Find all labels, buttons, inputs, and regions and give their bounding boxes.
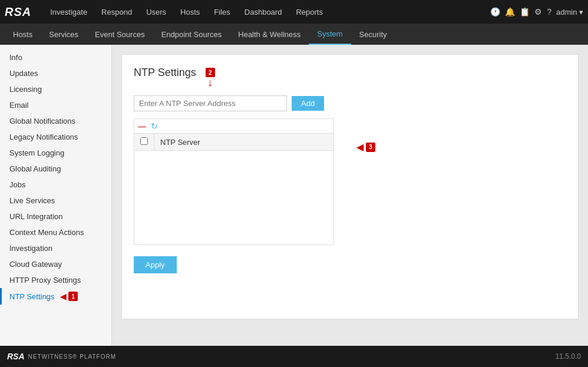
sidebar-item-cloud-gateway[interactable]: Cloud Gateway (0, 256, 111, 272)
main-content: NTP Settings 2 ↓ Add — ↻ (112, 45, 588, 346)
table-empty-row (134, 151, 334, 245)
refresh-icon[interactable]: ↻ (151, 121, 158, 131)
sec-nav: Hosts Services Event Sources Endpoint So… (0, 24, 588, 45)
callout-2-group: 2 ↓ (206, 68, 215, 88)
sec-nav-endpoint-sources[interactable]: Endpoint Sources (153, 24, 230, 45)
bell-icon[interactable]: 🔔 (505, 7, 515, 16)
table-header-ntp-server: NTP Server (154, 134, 334, 151)
sidebar-item-info[interactable]: Info (0, 49, 111, 65)
gear-icon[interactable]: ⚙ (534, 7, 542, 16)
ntp-input-row: Add (134, 95, 566, 111)
admin-menu[interactable]: admin ▾ (556, 8, 583, 16)
footer: RSA NETWITNESS® PLATFORM 11.5.0.0 (0, 346, 588, 367)
sec-nav-health-wellness[interactable]: Health & Wellness (230, 24, 309, 45)
help-icon[interactable]: ? (547, 7, 551, 16)
sec-nav-event-sources[interactable]: Event Sources (87, 24, 153, 45)
panel-title: NTP Settings (134, 67, 196, 79)
nav-dashboard[interactable]: Dashboard (237, 0, 289, 24)
sidebar-item-investigation[interactable]: Investigation (0, 240, 111, 256)
ntp-table-wrapper: NTP Server ◀ 3 (134, 133, 334, 245)
sec-nav-services[interactable]: Services (41, 24, 87, 45)
sidebar-item-global-notifications[interactable]: Global Notifications (0, 113, 111, 129)
down-arrow-icon-2: ↓ (207, 77, 213, 88)
sidebar-item-updates[interactable]: Updates (0, 65, 111, 81)
nav-investigate[interactable]: Investigate (43, 0, 94, 24)
ntp-server-input[interactable] (134, 95, 287, 111)
left-arrow-icon-1: ◀ (60, 292, 67, 301)
top-nav-items: Investigate Respond Users Hosts Files Da… (43, 0, 490, 24)
footer-logo-area: RSA NETWITNESS® PLATFORM (7, 352, 116, 361)
callout-3-group: ◀ 3 (356, 141, 375, 153)
apply-button[interactable]: Apply (134, 256, 177, 273)
nav-respond[interactable]: Respond (94, 0, 139, 24)
table-header-checkbox-cell (134, 134, 154, 151)
sidebar-item-context-menu-actions[interactable]: Context Menu Actions (0, 224, 111, 240)
sec-nav-hosts[interactable]: Hosts (5, 24, 41, 45)
sidebar: Info Updates Licensing Email Global Noti… (0, 45, 112, 346)
left-arrow-icon-3: ◀ (356, 141, 364, 153)
footer-version: 11.5.0.0 (556, 352, 581, 361)
sidebar-item-http-proxy-settings[interactable]: HTTP Proxy Settings (0, 272, 111, 288)
sidebar-item-licensing[interactable]: Licensing (0, 81, 111, 97)
sec-nav-security[interactable]: Security (351, 24, 395, 45)
footer-product-name: NETWITNESS® PLATFORM (28, 353, 116, 360)
content-panel: NTP Settings 2 ↓ Add — ↻ (121, 54, 579, 319)
ntp-settings-label: NTP Settings (9, 292, 54, 301)
rsa-logo: RSA (5, 5, 34, 19)
sidebar-item-url-integration[interactable]: URL Integration (0, 209, 111, 224)
sec-nav-system[interactable]: System (309, 24, 351, 45)
nav-reports[interactable]: Reports (289, 0, 330, 24)
badge-2: 2 (206, 68, 215, 77)
sidebar-item-ntp-settings[interactable]: NTP Settings ◀ 1 (0, 288, 111, 305)
sidebar-item-legacy-notifications[interactable]: Legacy Notifications (0, 129, 111, 145)
table-toolbar: — ↻ (134, 118, 334, 133)
sidebar-item-global-auditing[interactable]: Global Auditing (0, 161, 111, 177)
select-all-checkbox[interactable] (140, 137, 148, 145)
top-nav: RSA Investigate Respond Users Hosts File… (0, 0, 588, 24)
content-area: Info Updates Licensing Email Global Noti… (0, 45, 588, 346)
sidebar-item-email[interactable]: Email (0, 97, 111, 113)
nav-users[interactable]: Users (139, 0, 173, 24)
delete-icon[interactable]: — (138, 121, 146, 131)
badge-3: 3 (366, 143, 375, 152)
sidebar-item-live-services[interactable]: Live Services (0, 193, 111, 209)
clock-icon[interactable]: 🕐 (490, 7, 500, 16)
sidebar-item-system-logging[interactable]: System Logging (0, 145, 111, 161)
top-nav-right: 🕐 🔔 📋 ⚙ ? admin ▾ (490, 7, 583, 16)
nav-hosts[interactable]: Hosts (173, 0, 207, 24)
clipboard-icon[interactable]: 📋 (520, 7, 530, 16)
callout-arrow-1: ◀ 1 (60, 292, 78, 301)
footer-rsa-logo: RSA (7, 352, 25, 361)
badge-1: 1 (68, 292, 78, 301)
apply-row: Apply (134, 247, 566, 273)
logo-text: RSA (5, 5, 31, 19)
ntp-table: NTP Server (134, 133, 334, 245)
sidebar-item-jobs[interactable]: Jobs (0, 177, 111, 193)
nav-files[interactable]: Files (207, 0, 237, 24)
add-button[interactable]: Add (292, 96, 324, 111)
